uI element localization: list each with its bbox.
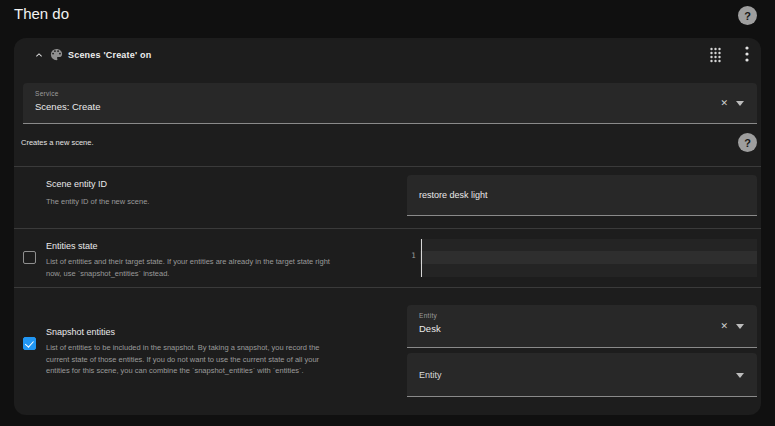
scene-entity-id-description: The entity ID of the new scene. [46,196,149,208]
help-icon[interactable]: ? [738,6,757,25]
editor-active-line [420,251,757,264]
editor-line-number: 1 [407,251,420,260]
chevron-down-icon[interactable] [736,324,744,329]
entities-state-yaml-editor[interactable]: 1 [407,239,757,277]
snapshot-entities-label: Snapshot entities [46,327,115,337]
palette-icon [49,47,64,62]
entities-state-checkbox[interactable] [23,251,36,264]
entities-state-label: Entities state [46,241,98,251]
entity-picker-value: Desk [419,323,441,334]
scene-entity-id-input[interactable]: restore desk light [407,175,757,216]
page-title: Then do [14,5,69,22]
divider [14,166,761,167]
scene-entity-id-value: restore desk light [419,190,488,200]
question-mark-glyph: ? [744,10,751,22]
service-help-icon[interactable]: ? [738,133,757,152]
editor-text-cursor [421,239,423,277]
service-picker-label: Service [35,90,59,97]
service-description: Creates a new scene. [21,138,94,147]
question-mark-glyph: ? [744,137,751,149]
clear-icon[interactable]: ✕ [720,321,728,331]
service-picker[interactable]: Service Scenes: Create ✕ [23,83,757,124]
divider [14,228,761,229]
entity-picker-placeholder: Entity [419,370,442,380]
snapshot-entities-checkbox[interactable] [23,337,36,350]
collapse-chevron-up-icon[interactable] [33,49,45,61]
service-picker-value: Scenes: Create [35,101,100,112]
scene-entity-id-label: Scene entity ID [46,179,107,189]
entities-state-description: List of entities and their target state.… [46,256,418,279]
divider [14,287,761,288]
snapshot-entities-description: List of entities to be included in the s… [46,342,418,377]
chevron-down-icon[interactable] [736,101,744,106]
entity-picker-label: Entity [419,312,437,319]
action-card-title: Scenes 'Create' on [68,50,151,60]
entity-picker[interactable]: Entity Desk ✕ [407,305,757,348]
entity-picker-empty[interactable]: Entity [407,353,757,397]
clear-icon[interactable]: ✕ [720,98,728,108]
chevron-down-icon[interactable] [736,373,744,378]
drag-handle-icon[interactable] [709,47,722,63]
overflow-menu-icon[interactable] [745,46,749,62]
action-card: Scenes 'Create' on Service Scenes: Creat… [14,38,761,415]
